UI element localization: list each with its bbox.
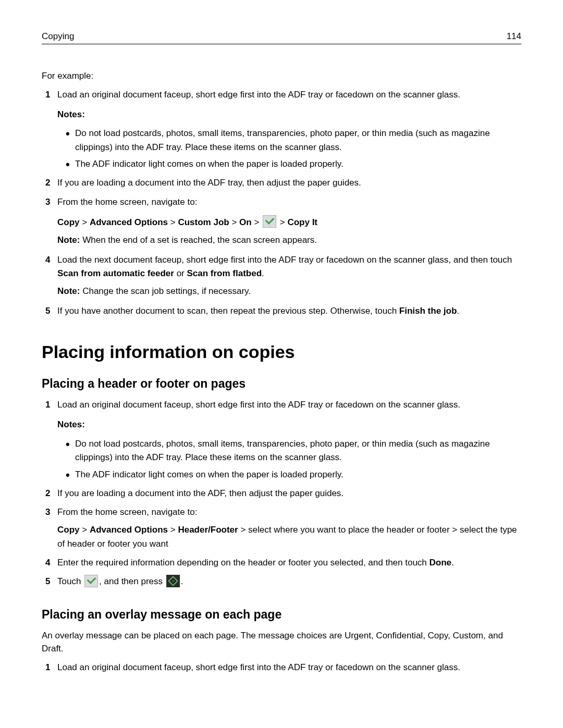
steps-list-c: Load an original document faceup, short …: [42, 661, 521, 674]
heading-placing-info: Placing information on copies: [42, 342, 521, 362]
note-a4: Note: Change the scan job settings, if n…: [57, 285, 521, 298]
notes-label: Notes:: [57, 418, 521, 431]
step-a5: If you have another document to scan, th…: [42, 304, 521, 318]
steps-list-b: Load an original document faceup, short …: [42, 398, 521, 588]
section-name: Copying: [42, 31, 74, 42]
note-item: Do not load postcards, photos, small ite…: [57, 127, 521, 154]
step-a2: If you are loading a document into the A…: [42, 176, 521, 190]
note-item: The ADF indicator light comes on when th…: [57, 157, 521, 171]
step-b1: Load an original document faceup, short …: [42, 398, 521, 482]
note-item: Do not load postcards, photos, small ite…: [57, 437, 521, 465]
notes-bullets-a: Do not load postcards, photos, small ite…: [57, 127, 521, 171]
step-a4: Load the next document faceup, short edg…: [42, 253, 521, 298]
page-number: 114: [507, 31, 521, 42]
for-example-text: For example:: [42, 69, 521, 83]
step-b4: Enter the required information depending…: [42, 556, 521, 570]
step-b5: Touch , and then press .: [42, 575, 521, 588]
step-b3: From the home screen, navigate to: Copy …: [42, 505, 521, 551]
notes-label: Notes:: [57, 108, 521, 121]
heading-overlay: Placing an overlay message on each page: [42, 608, 521, 622]
step-a1: Load an original document faceup, short …: [42, 88, 521, 171]
step-a3: From the home screen, navigate to: Copy …: [42, 195, 521, 247]
nav-path-a: Copy > Advanced Options > Custom Job > O…: [57, 215, 521, 229]
heading-header-footer: Placing a header or footer on pages: [42, 377, 521, 391]
step-b2: If you are loading a document into the A…: [42, 487, 521, 500]
checkmark-icon: [84, 575, 98, 587]
note-item: The ADF indicator light comes on when th…: [57, 468, 521, 482]
notes-bullets-b: Do not load postcards, photos, small ite…: [57, 437, 521, 482]
steps-list-a: Load an original document faceup, short …: [42, 88, 521, 318]
page-header: Copying 114: [42, 31, 521, 44]
overlay-intro: An overlay message can be placed on each…: [42, 629, 521, 656]
checkmark-icon: [263, 215, 276, 228]
step-c1: Load an original document faceup, short …: [42, 661, 521, 674]
start-diamond-icon: [166, 575, 180, 587]
note-a3: Note: When the end of a set is reached, …: [57, 233, 521, 247]
nav-path-b: Copy > Advanced Options > Header/Footer …: [57, 523, 521, 551]
